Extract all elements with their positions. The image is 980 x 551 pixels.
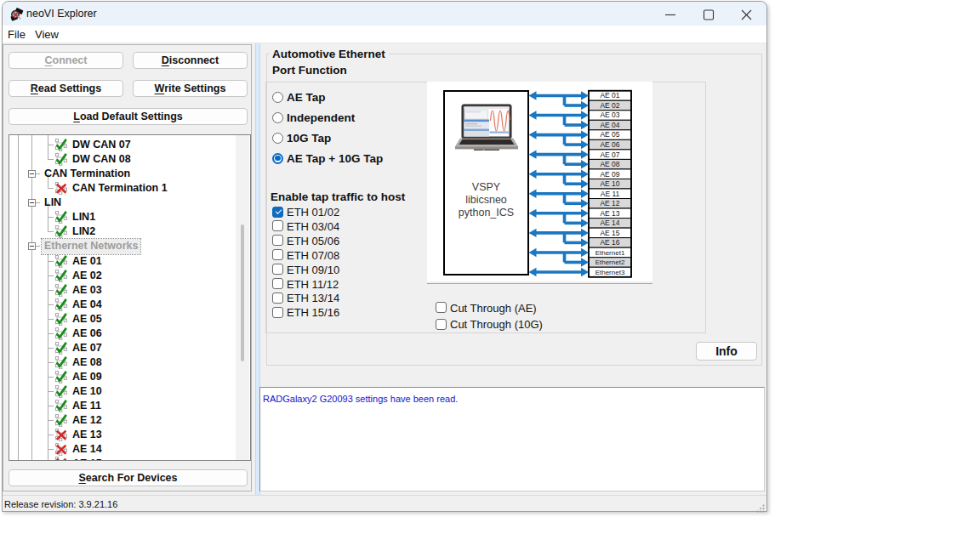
svg-text:Ethernet1: Ethernet1 [595, 249, 625, 257]
svg-text:AE 13: AE 13 [600, 209, 619, 218]
svg-text:AE 15: AE 15 [600, 229, 619, 237]
svg-text:Ethernet3: Ethernet3 [595, 269, 625, 276]
svg-text:python_ICS: python_ICS [459, 207, 514, 219]
svg-text:AE 06: AE 06 [600, 140, 619, 149]
svg-text:AE 03: AE 03 [600, 111, 619, 119]
svg-text:AE 01: AE 01 [600, 91, 619, 99]
svg-text:AE 05: AE 05 [600, 130, 619, 139]
svg-text:AE 12: AE 12 [600, 199, 619, 207]
svg-text:AE 02: AE 02 [600, 101, 619, 110]
svg-text:libicsneo: libicsneo [465, 194, 507, 206]
svg-text:VSPY: VSPY [472, 181, 501, 193]
svg-text:AE 08: AE 08 [600, 160, 619, 168]
svg-text:AE 16: AE 16 [600, 238, 619, 247]
svg-text:AE 09: AE 09 [600, 170, 619, 179]
svg-text:AE 04: AE 04 [600, 121, 619, 129]
svg-text:Ethernet2: Ethernet2 [595, 258, 625, 266]
svg-text:AE 11: AE 11 [601, 190, 620, 198]
svg-text:AE 07: AE 07 [600, 151, 619, 159]
svg-text:AE 10: AE 10 [600, 179, 619, 188]
svg-text:AE 14: AE 14 [600, 219, 619, 227]
